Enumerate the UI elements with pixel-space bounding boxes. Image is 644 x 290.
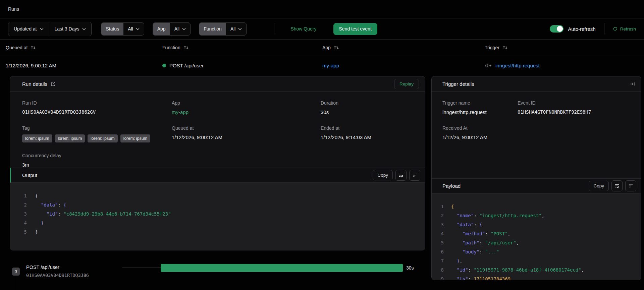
line-number: 5 (432, 238, 444, 247)
code-line: 8 "id": "119f5971-9878-46bd-a18f-4f06801… (432, 266, 641, 275)
collapse-panel-icon[interactable] (630, 81, 635, 86)
auto-refresh-toggle[interactable] (550, 25, 564, 33)
tag-chip: lorem: ipsum (22, 134, 52, 142)
code-line: 6 "body": "..." (432, 247, 641, 256)
top-bar: Runs (0, 0, 644, 18)
payload-section-header: Payload Copy (432, 178, 641, 193)
align-left-icon (628, 183, 633, 188)
word-wrap-icon (614, 183, 620, 188)
column-header-trigger[interactable]: Trigger (485, 45, 644, 50)
line-number: 7 (432, 256, 444, 266)
sort-descending-icon (183, 45, 189, 50)
trigger-name-value: inngest/http.request (442, 109, 518, 115)
time-filter-group: Updated at Last 3 Days (8, 22, 92, 36)
code-line: 5} (10, 228, 425, 237)
chevron-down-icon (40, 28, 44, 30)
line-number: 8 (432, 266, 444, 275)
line-number: 9 (432, 275, 444, 280)
event-id-value: 01HSHA4GT0FN0NRBKTF92E98H7 (518, 109, 633, 115)
trigger-details-header: Trigger details (432, 76, 641, 92)
word-wrap-icon (398, 173, 404, 178)
line-number: 2 (10, 200, 27, 210)
copy-payload-button[interactable]: Copy (589, 181, 609, 191)
output-title: Output (22, 172, 37, 178)
status-filter: Status All (101, 22, 144, 36)
copy-output-button[interactable]: Copy (373, 170, 393, 180)
run-timeline: 3 POST /api/user 01HS0AA03V04D91RTDQ3J86… (0, 263, 429, 290)
align-left-button[interactable] (409, 170, 420, 181)
column-header-queued-at[interactable]: Queued at (6, 45, 162, 50)
run-details-title: Run details (22, 81, 47, 87)
field-received-at: Received At 1/12/26, 9:00:12 AM (442, 125, 518, 140)
divider (604, 23, 604, 35)
run-queued-at-cell: 1/12/2026, 9:00:12 AM (6, 63, 162, 68)
code-line: 4 } (10, 219, 425, 228)
field-run-id: Run ID 01HS0AA03V04D91RTDQ3J862GV (22, 100, 172, 115)
status-dot-completed (162, 64, 166, 67)
field-ended-at: Ended at 1/12/2026, 9:14:03 AM (321, 125, 417, 142)
run-function-cell: POST /api/user (162, 63, 322, 68)
auto-refresh-label: Auto-refresh (568, 26, 596, 32)
chevron-down-icon (136, 28, 140, 30)
word-wrap-button[interactable] (395, 170, 407, 181)
code-line: 9 "ts": 1711051784369, (432, 275, 641, 280)
run-details-fields: Run ID 01HS0AA03V04D91RTDQ3J862GV App my… (10, 92, 425, 168)
external-link-icon[interactable] (51, 81, 56, 86)
trigger-details-fields: Trigger name inngest/http.request Event … (432, 92, 641, 178)
line-number: 6 (432, 247, 444, 256)
column-header-function[interactable]: Function (162, 45, 322, 50)
line-number: 3 (10, 210, 27, 219)
line-number: 5 (10, 228, 27, 237)
timeline-branch-line (16, 276, 16, 290)
app-filter: App All (153, 22, 191, 36)
run-id-value: 01HS0AA03V04D91RTDQ3J862GV (22, 109, 172, 115)
sort-descending-icon (334, 45, 339, 50)
function-filter-label: Function (199, 23, 226, 35)
code-line: 1{ (10, 191, 425, 200)
app-filter-label: App (153, 23, 170, 35)
duration-value: 30s (321, 109, 417, 115)
word-wrap-button[interactable] (611, 180, 623, 191)
time-range-dropdown[interactable]: Last 3 Days (49, 22, 92, 36)
timeline-step-run-id: 01HS0AA03V04D91RTDQ3J86 (26, 273, 89, 278)
line-number: 3 (432, 220, 444, 229)
run-row[interactable]: 1/12/2026, 9:00:12 AM POST /api/user my-… (0, 56, 644, 75)
ended-at-value: 1/12/2026, 9:14:03 AM (321, 134, 417, 140)
app-link[interactable]: my-app (172, 109, 321, 115)
timeline-connector-line (122, 268, 161, 268)
code-line: 2 "data": { (10, 200, 425, 210)
send-test-event-button[interactable]: Send test event (333, 23, 377, 35)
tag-chip: lorem: ipsum (55, 134, 85, 142)
line-number: 1 (432, 202, 444, 211)
trigger-details-title: Trigger details (442, 81, 474, 87)
sort-field-dropdown[interactable]: Updated at (8, 22, 49, 36)
tag-chip: lorem: ipsum (120, 134, 151, 142)
timeline-step-name: POST /api/user (26, 265, 59, 270)
app-link[interactable]: my-app (322, 63, 339, 68)
code-line: 3 "data": { (432, 220, 641, 229)
runs-table-header: Queued at Function App Trigger (0, 40, 644, 56)
output-section-header: Output Copy (10, 168, 425, 183)
chevron-down-icon (238, 28, 242, 30)
code-line: 2 "name": "inngest/http.request", (432, 211, 641, 220)
field-duration: Duration 30s (321, 100, 417, 115)
payload-code: 1{2 "name": "inngest/http.request",3 "da… (432, 193, 641, 280)
show-query-button[interactable]: Show Query (290, 26, 316, 32)
function-filter-dropdown[interactable]: All (226, 23, 247, 35)
timeline-duration-bar[interactable] (161, 264, 403, 272)
replay-button[interactable]: Replay (394, 79, 419, 89)
status-filter-dropdown[interactable]: All (123, 23, 144, 35)
tag-chip: lorem: ipsum (88, 134, 118, 142)
code-line: 3 "id": "c8429dd9-29b8-44e6-b714-767d34c… (10, 210, 425, 219)
app-filter-dropdown[interactable]: All (170, 23, 191, 35)
line-number: 4 (432, 229, 444, 238)
code-line: 7 }, (432, 256, 641, 266)
refresh-icon (613, 26, 618, 31)
step-count-badge[interactable]: 3 (12, 268, 20, 276)
align-left-button[interactable] (625, 180, 636, 191)
trigger-link[interactable]: inngest/http.request (495, 63, 540, 68)
concurrency-delay-value: 3m (22, 162, 172, 168)
refresh-button[interactable]: Refresh (613, 26, 636, 32)
code-line: 5 "path": "/api/user", (432, 238, 641, 247)
column-header-app[interactable]: App (322, 45, 485, 50)
